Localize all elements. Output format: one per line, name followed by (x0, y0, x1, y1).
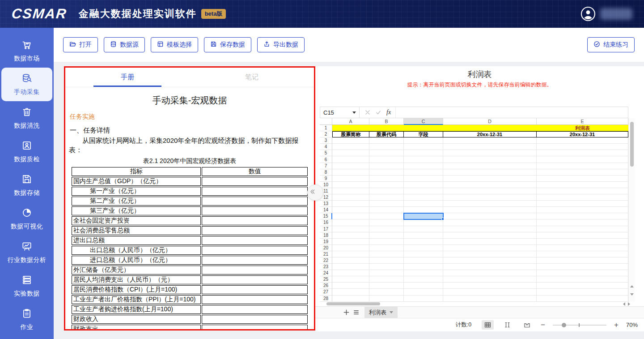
sidebar-item-data-storage[interactable]: 数据存储 (1, 168, 52, 202)
cell-C11[interactable] (404, 188, 443, 194)
add-sheet-icon[interactable] (341, 308, 351, 318)
cell-B12[interactable] (369, 194, 404, 201)
tab-notes[interactable]: 笔记 (190, 68, 314, 87)
cell-E16[interactable] (537, 219, 628, 226)
cell-B25[interactable] (369, 276, 404, 283)
cell-B17[interactable] (369, 226, 404, 232)
cell-C20[interactable] (404, 245, 443, 251)
value-cell[interactable] (202, 206, 308, 215)
cell-E14[interactable] (537, 207, 628, 213)
cell-B13[interactable] (369, 201, 404, 207)
row-header-28[interactable]: 28 (320, 296, 332, 302)
cell-A24[interactable] (332, 270, 369, 276)
row-header-24[interactable]: 24 (320, 270, 332, 276)
cell-B11[interactable] (369, 188, 404, 194)
cell-D27[interactable] (443, 289, 537, 295)
cell-E4[interactable] (537, 144, 628, 150)
value-cell[interactable] (202, 256, 308, 265)
cell-D10[interactable] (443, 182, 537, 188)
cell-E18[interactable] (537, 232, 628, 239)
cell-D8[interactable] (443, 169, 537, 176)
cell-E28[interactable] (537, 296, 628, 302)
cell-A26[interactable] (332, 283, 369, 289)
cell-D9[interactable] (443, 176, 537, 182)
row-header-1[interactable]: 1 (320, 125, 332, 131)
cell-C28[interactable] (404, 296, 443, 302)
cell-A16[interactable] (332, 219, 369, 226)
finish-practice-button[interactable]: 结束练习 (587, 37, 635, 52)
cell-B5[interactable] (369, 150, 404, 156)
cell-A21[interactable] (332, 251, 369, 257)
cell-C21[interactable] (404, 251, 443, 257)
cell-E27[interactable] (537, 289, 628, 295)
cell-E19[interactable] (537, 239, 628, 245)
cell-A27[interactable] (332, 289, 369, 295)
cell-B21[interactable] (369, 251, 404, 257)
cell-B15[interactable] (369, 213, 404, 219)
cell-D18[interactable] (443, 232, 537, 239)
cell-A14[interactable] (332, 207, 369, 213)
cell-D20[interactable] (443, 245, 537, 251)
sidebar-item-data-visualization[interactable]: 数据可视化 (1, 202, 52, 236)
cell-C17[interactable] (404, 226, 443, 232)
sheet-list-icon[interactable] (351, 308, 361, 318)
row-header-20[interactable]: 20 (320, 245, 332, 251)
cell-E24[interactable] (537, 270, 628, 276)
value-cell[interactable] (202, 187, 308, 196)
cell-B9[interactable] (369, 176, 404, 182)
tab-manual[interactable]: 手册 (65, 68, 190, 87)
value-cell[interactable] (202, 236, 308, 245)
export-data-button[interactable]: 导出数据 (257, 37, 305, 52)
cell-B4[interactable] (369, 144, 404, 150)
cell-A4[interactable] (332, 144, 369, 150)
cell-C2[interactable]: 字段 (404, 131, 443, 137)
horizontal-scrollbar[interactable] (320, 302, 622, 306)
value-cell[interactable] (202, 325, 308, 330)
row-header-14[interactable]: 14 (320, 207, 332, 213)
vertical-scrollbar-thumb[interactable] (630, 122, 634, 167)
cell-B1[interactable] (369, 125, 404, 131)
cell-C18[interactable] (404, 232, 443, 239)
collapse-panel-handle[interactable] (307, 185, 323, 201)
cell-D14[interactable] (443, 207, 537, 213)
cell-E22[interactable] (537, 257, 628, 264)
sidebar-item-data-market[interactable]: 数据市场 (1, 34, 52, 68)
cell-B28[interactable] (369, 296, 404, 302)
cell-D5[interactable] (443, 150, 537, 156)
cell-D28[interactable] (443, 296, 537, 302)
cell-B27[interactable] (369, 289, 404, 295)
cell-D21[interactable] (443, 251, 537, 257)
cell-E3[interactable] (537, 137, 628, 144)
cell-E11[interactable] (537, 188, 628, 194)
scroll-down-arrow[interactable] (629, 291, 635, 297)
cell-E15[interactable] (537, 213, 628, 219)
cell-C25[interactable] (404, 276, 443, 283)
cell-E23[interactable] (537, 264, 628, 270)
cell-E6[interactable] (537, 156, 628, 163)
cell-A8[interactable] (332, 169, 369, 176)
row-header-8[interactable]: 8 (320, 169, 332, 176)
cell-B10[interactable] (369, 182, 404, 188)
cell-B23[interactable] (369, 264, 404, 270)
cell-B7[interactable] (369, 163, 404, 169)
cell-E2[interactable]: 20xx-12-31 (537, 131, 628, 137)
value-cell[interactable] (202, 275, 308, 284)
column-header-D[interactable]: D (443, 118, 537, 125)
sidebar-item-homework[interactable]: 作业 (1, 303, 52, 336)
cell-D6[interactable] (443, 156, 537, 163)
scroll-right-arrow[interactable] (628, 302, 630, 306)
custom-view-icon[interactable] (521, 320, 533, 330)
cell-A19[interactable] (332, 239, 369, 245)
row-header-16[interactable]: 16 (320, 219, 332, 226)
cell-E7[interactable] (537, 163, 628, 169)
cell-A5[interactable] (332, 150, 369, 156)
cell-C8[interactable] (404, 169, 443, 176)
value-cell[interactable] (202, 315, 308, 324)
template-select-button[interactable]: 模板选择 (151, 37, 198, 52)
cell-D25[interactable] (443, 276, 537, 283)
cell-C19[interactable] (404, 239, 443, 245)
cell-B24[interactable] (369, 270, 404, 276)
scroll-up-arrow[interactable] (629, 283, 635, 289)
row-header-13[interactable]: 13 (320, 201, 332, 207)
row-header-25[interactable]: 25 (320, 276, 332, 283)
